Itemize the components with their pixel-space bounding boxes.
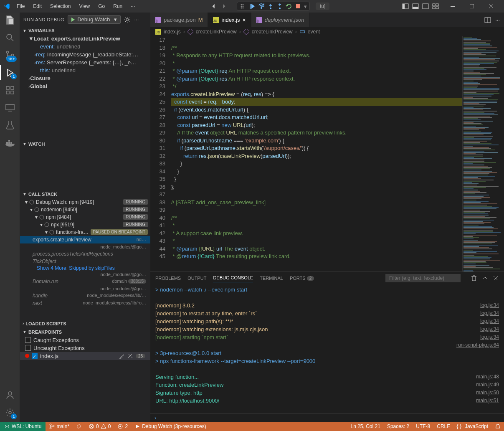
clear-console-icon[interactable] [471,275,477,281]
start-debug-icon[interactable] [71,18,75,22]
docker-icon[interactable] [5,138,15,148]
sb-lang[interactable]: { }JavaScript [453,423,491,429]
gear-icon[interactable] [124,16,131,23]
source-control-icon[interactable]: 1K+ [5,50,15,60]
console-filter-input[interactable] [385,274,461,282]
stack-frame[interactable]: Domain.rundomain 388:15 [20,278,150,285]
tab-debug-console[interactable]: DEBUG CONSOLE [213,274,253,282]
step-out-icon[interactable] [276,3,283,10]
remote-explorer-icon[interactable] [5,103,15,113]
close-panel-icon[interactable] [492,275,499,281]
sb-position[interactable]: Ln 25, Col 21 [347,423,384,429]
section-watch[interactable]: ▼WATCH [20,140,150,148]
thread-row[interactable]: ▾Debug Watch: npm [9419]RUNNING [20,198,150,206]
section-callstack[interactable]: ▼CALL STACK [20,190,150,198]
testing-icon[interactable] [5,120,15,130]
code-content[interactable]: /** * Responds to any HTTP request relat… [171,36,462,271]
stack-frame[interactable]: process.processTicksAndRejections [20,250,150,258]
nav-fwd-icon[interactable] [221,3,227,9]
close-button[interactable] [481,0,501,13]
var-req[interactable]: › req:IncomingMessage {_readableState:… [20,51,150,58]
tab-terminal[interactable]: TERMINAL [260,274,283,282]
tab-package.json[interactable]: {}package.jsonM [150,13,208,27]
step-over-icon[interactable] [258,3,265,10]
sb-notifications[interactable] [491,423,504,429]
step-into-icon[interactable] [267,3,274,10]
restart-icon[interactable] [286,3,292,10]
layout-right-icon[interactable] [422,3,429,10]
scope-global[interactable]: › Global [20,82,150,90]
breadcrumb[interactable]: JS index.js› createLinkPreview› createLi… [150,27,504,36]
menu-more[interactable]: ··· [127,2,138,11]
tab-deployment.json[interactable]: {}deployment.json [251,13,310,27]
minimize-button[interactable] [443,0,462,13]
section-variables[interactable]: ▼VARIABLES [20,26,150,35]
settings-icon[interactable]: 1 [5,408,15,418]
sb-problems[interactable]: 0 0 [85,422,114,431]
stack-frame[interactable]: nextnode_modules/express/lib/ro… [20,299,150,307]
menu-run[interactable]: Run [110,2,126,11]
split-editor-icon[interactable] [484,17,491,23]
tab-index.js[interactable]: JSindex.js× [208,13,251,27]
layout-bottom-icon[interactable] [412,3,419,10]
sb-branch[interactable]: main* [46,422,73,431]
drag-handle-icon[interactable] [240,3,246,10]
stack-frame[interactable]: node_modules/@go… [20,243,150,250]
thread-row[interactable]: ▾npm [9484]RUNNING [20,213,150,221]
edit-icon[interactable] [119,353,125,359]
maximize-button[interactable] [462,0,481,13]
debug-config-select[interactable]: Debug Watch ▾ [68,15,121,24]
stack-frame[interactable]: node_modules/@go… [20,285,150,292]
tab-ports[interactable]: PORTS 2 [290,274,314,282]
menu-view[interactable]: View [76,2,93,11]
tab-more-icon[interactable]: ··· [495,17,500,23]
sb-eol[interactable]: CRLF [433,423,453,429]
stop-icon[interactable] [295,3,301,10]
customize-layout-icon[interactable] [432,3,439,10]
extensions-icon[interactable] [5,85,15,95]
menu-selection[interactable]: Selection [47,2,74,11]
collapse-panel-icon[interactable] [481,275,488,281]
remote-indicator[interactable]: WSL: Ubuntu [0,422,46,431]
menu-edit[interactable]: Edit [30,2,45,11]
remove-icon[interactable] [127,353,133,359]
sb-encoding[interactable]: UTF-8 [413,423,433,429]
accounts-icon[interactable] [5,390,15,400]
thread-row[interactable]: ▾functions-fra…PAUSED ON BREAKPOINT [20,228,150,236]
sb-spaces[interactable]: Spaces: 2 [384,423,413,429]
minimap[interactable] [462,36,504,271]
debug-console[interactable]: > nodemon --watch ./ --exec npm start [n… [150,284,504,413]
thread-row[interactable]: ▾npx [9519]RUNNING [20,221,150,228]
explorer-icon[interactable] [5,15,15,25]
thread-row[interactable]: ▾nodemon [9450]RUNNING [20,206,150,213]
tab-output[interactable]: OUTPUT [187,274,206,282]
tab-problems[interactable]: PROBLEMS [155,274,181,282]
sb-sync[interactable] [73,422,85,431]
sb-ports[interactable]: 2 [114,422,131,431]
bp-uncaught[interactable]: Uncaught Exceptions [20,344,150,352]
scope-local[interactable]: ▼ Local: exports.createLinkPreview [20,35,150,43]
console-input[interactable]: › [150,413,504,422]
var-this[interactable]: this:undefined [20,66,150,74]
command-center[interactable]: tu] [316,3,329,10]
section-breakpoints[interactable]: ▼BREAKPOINTS [20,328,150,336]
more-icon[interactable]: ··· [134,16,139,23]
run-debug-icon[interactable]: 1 [5,68,15,78]
menu-go[interactable]: Go [95,2,108,11]
menu-file[interactable]: File [13,2,28,11]
nav-back-icon[interactable] [211,3,217,9]
continue-icon[interactable] [249,3,256,10]
var-event[interactable]: event:undefined [20,43,150,51]
stack-frame[interactable]: TickObject [20,258,150,265]
stack-frame[interactable]: handlenode_modules/express/lib/… [20,292,150,299]
stack-frame[interactable]: node_modules/@go… [20,271,150,278]
scope-closure[interactable]: › Closure [20,74,150,82]
layout-left-icon[interactable] [402,3,409,10]
stack-frame[interactable]: exports.createLinkPreviewind… [20,236,150,243]
skip-files-link[interactable]: Show 4 More: Skipped by skipFiles [20,265,150,271]
search-icon[interactable] [5,33,15,43]
bp-caught[interactable]: Caught Exceptions [20,336,150,344]
section-loaded[interactable]: ›LOADED SCRIPTS [20,319,150,328]
bp-file[interactable]: ✓index.js 25 [20,352,150,360]
sb-debug[interactable]: Debug Watch (3p-resources) [131,422,210,431]
